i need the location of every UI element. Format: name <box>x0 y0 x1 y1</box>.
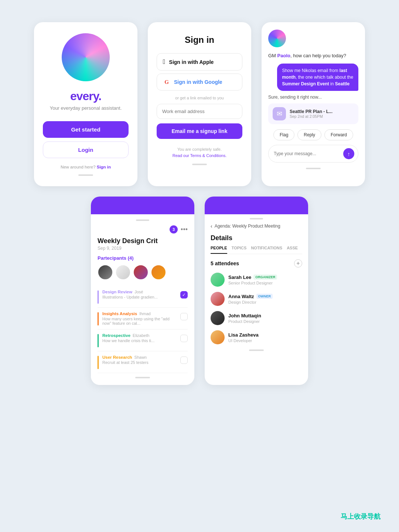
email-icon: ✉ <box>273 107 286 120</box>
bottom-bar-agenda <box>249 349 264 351</box>
row-2: 3 ••• Weekly Design Crit Sep 9, 2019 Par… <box>91 197 308 385</box>
attendee-role-title: UI Developer <box>228 338 302 343</box>
task-category: Insights Analysis <box>102 311 137 316</box>
row-1: every. Your everyday personal assistant.… <box>34 22 365 186</box>
bottom-bar-signin <box>192 164 207 165</box>
bottom-bar-weekly <box>135 377 150 378</box>
signup-hint: New around here? Sign in <box>61 165 111 169</box>
email-input[interactable] <box>157 104 242 119</box>
task-desc: Illustrations - Update gradien... <box>102 295 177 299</box>
sign-in-apple-button[interactable]:  Sign in with Apple <box>157 53 242 71</box>
apple-icon:  <box>163 58 166 66</box>
brand-blob <box>62 33 110 81</box>
task-color-bar <box>98 334 99 347</box>
terms-link[interactable]: Read our Terms & Conditions. <box>173 153 227 158</box>
agenda-tab-people[interactable]: PEOPLE <box>211 246 227 254</box>
attendee-role-title: Product Designer <box>228 319 302 324</box>
signin-title: Sign in <box>185 35 214 45</box>
weekly-handle <box>136 219 149 221</box>
task-color-bar <box>98 356 99 369</box>
forward-button[interactable]: Forward <box>324 129 353 140</box>
details-title: Details <box>211 234 302 242</box>
notification-badge: 3 <box>170 225 178 233</box>
avatar-3 <box>133 265 149 280</box>
sign-in-link[interactable]: Sign in <box>97 165 111 169</box>
add-attendee-button[interactable]: + <box>294 259 302 267</box>
attendee-name: Lisa Zasheva <box>228 332 259 338</box>
attendee-name-row: Anna Waltz OWNER <box>228 294 302 299</box>
bot-reply: Sure, sending it right now... <box>268 95 358 100</box>
task-checkbox[interactable]: ✓ <box>180 291 188 299</box>
agenda-body: ‹ Agenda: Weekly Product Meeting Details… <box>205 214 308 358</box>
task-assignee: Elizabeth <box>133 333 149 338</box>
chat-user-name: Paolo <box>277 53 290 58</box>
task-color-bar <box>98 290 99 304</box>
get-started-button[interactable]: Get started <box>43 121 129 138</box>
task-row: Retrospective Elizabeth How we handle cr… <box>98 330 188 351</box>
avatar-2 <box>115 265 131 280</box>
attendee-name: John Muttaqin <box>228 313 261 318</box>
back-row[interactable]: ‹ Agenda: Weekly Product Meeting <box>211 223 302 229</box>
attendees-count: 5 attendees <box>211 260 239 266</box>
chat-card: GM Paolo, how can help you today? Show m… <box>262 22 365 186</box>
attendee-info: Lisa Zasheva UI Developer <box>228 332 302 343</box>
attendee-avatar <box>211 292 225 306</box>
attendee-name-row: Sarah Lee ORGANIZER <box>228 274 302 280</box>
meeting-date: Sep 9, 2019 <box>98 246 188 251</box>
chat-input-row: ↑ <box>268 145 358 163</box>
attendee-avatar <box>211 273 225 287</box>
task-title-row: User Research Shawn <box>102 355 177 359</box>
attendee-row: Lisa Zasheva UI Developer <box>211 330 302 344</box>
task-checkbox[interactable] <box>180 335 188 342</box>
flag-button[interactable]: Flag <box>273 129 294 140</box>
agenda-tab-asse[interactable]: ASSE <box>287 246 298 254</box>
user-message-bubble: Show me Nikolas email from last month, t… <box>277 64 358 91</box>
attendee-name-row: John Muttaqin <box>228 313 302 318</box>
avatars-row <box>98 265 188 280</box>
task-assignee: Shawn <box>134 355 147 359</box>
task-checkbox[interactable] <box>180 313 188 320</box>
task-content: Insights Analysis Ihmad How many users k… <box>102 311 177 325</box>
task-color-bar <box>98 312 99 325</box>
bottom-bar <box>78 174 93 176</box>
email-preview-card[interactable]: ✉ Seattle PR Plan - L... Sep 2nd at 2:05… <box>268 103 358 124</box>
more-options-icon[interactable]: ••• <box>181 226 188 233</box>
reply-button[interactable]: Reply <box>297 129 321 140</box>
or-text: or get a link emailed to you <box>175 96 224 100</box>
google-icon: G <box>163 78 170 86</box>
sign-in-google-button[interactable]: G Sign in with Google <box>157 74 242 91</box>
agenda-handle <box>250 218 263 219</box>
agenda-tabs: PEOPLETOPICSNOTIFICATIONSASSE <box>211 246 302 254</box>
agenda-tab-notifications[interactable]: NOTIFICATIONS <box>251 246 282 254</box>
avatar-1 <box>98 265 113 280</box>
action-buttons: Flag Reply Forward <box>268 129 358 140</box>
attendee-role-title: Senior Product Designer <box>228 281 302 285</box>
task-desc: Recruit at least 25 testers <box>102 360 177 365</box>
task-content: Design Review José Illustrations - Updat… <box>102 290 177 299</box>
role-badge: OWNER <box>256 294 273 299</box>
task-title-row: Retrospective Elizabeth <box>102 333 177 338</box>
attendee-info: John Muttaqin Product Designer <box>228 313 302 324</box>
task-row: Insights Analysis Ihmad How many users k… <box>98 308 188 330</box>
email-signup-button[interactable]: Email me a signup link <box>157 123 242 139</box>
task-row: User Research Shawn Recruit at least 25 … <box>98 351 188 373</box>
attendee-avatar <box>211 311 225 325</box>
login-button[interactable]: Login <box>43 141 129 158</box>
attendee-name: Anna Waltz <box>228 294 254 299</box>
weekly-header-bar <box>91 197 194 214</box>
task-row: Design Review José Illustrations - Updat… <box>98 286 188 308</box>
email-title: Seattle PR Plan - L... <box>290 109 332 114</box>
agenda-card: ‹ Agenda: Weekly Product Meeting Details… <box>205 197 308 385</box>
back-text: Agenda: Weekly Product Meeting <box>215 224 280 229</box>
task-checkbox[interactable] <box>180 357 188 364</box>
agenda-header-bar <box>205 197 308 214</box>
attendee-row: John Muttaqin Product Designer <box>211 311 302 325</box>
task-title-row: Insights Analysis Ihmad <box>102 311 177 316</box>
chat-input[interactable] <box>274 151 340 156</box>
send-button[interactable]: ↑ <box>343 148 354 159</box>
attendee-info: Sarah Lee ORGANIZER Senior Product Desig… <box>228 274 302 285</box>
agenda-tab-topics[interactable]: TOPICS <box>232 246 247 254</box>
task-title-row: Design Review José <box>102 290 177 294</box>
safe-text: You are completely safe. Read our Terms … <box>173 146 227 158</box>
meeting-title: Weekly Design Crit <box>98 237 188 245</box>
